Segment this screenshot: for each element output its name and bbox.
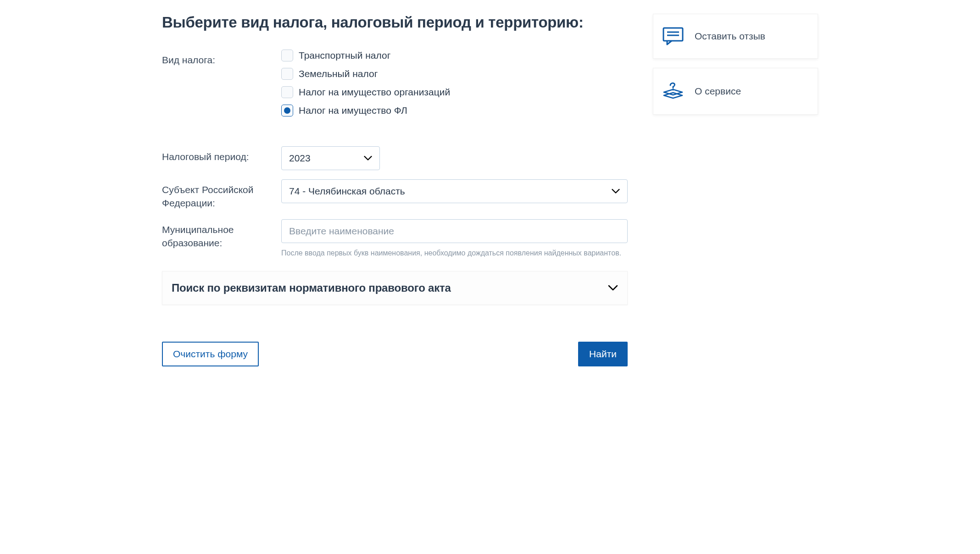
radio-org-property-tax[interactable]: Налог на имущество организаций: [281, 86, 628, 98]
radio-icon: [281, 50, 293, 61]
radio-label: Земельный налог: [299, 68, 378, 79]
page-title: Выберите вид налога, налоговый период и …: [162, 14, 628, 31]
radio-individual-property-tax[interactable]: Налог на имущество ФЛ: [281, 105, 628, 116]
about-label: О сервисе: [695, 86, 741, 97]
radio-transport-tax[interactable]: Транспортный налог: [281, 50, 628, 61]
period-value: 2023: [289, 153, 311, 164]
radio-label: Транспортный налог: [299, 50, 390, 61]
period-select[interactable]: 2023: [281, 146, 380, 170]
chevron-down-icon: [612, 189, 620, 194]
accordion-title: Поиск по реквизитам нормативного правово…: [172, 282, 451, 294]
radio-label: Налог на имущество организаций: [299, 87, 450, 98]
svg-rect-0: [663, 28, 683, 41]
form-actions: Очистить форму Найти: [162, 342, 628, 366]
radio-icon: [281, 86, 293, 98]
search-by-act-accordion[interactable]: Поиск по реквизитам нормативного правово…: [162, 271, 628, 305]
municipality-input[interactable]: [281, 219, 628, 243]
submit-button[interactable]: Найти: [578, 342, 628, 366]
label-tax-type: Вид налога:: [162, 50, 281, 66]
region-select[interactable]: 74 - Челябинская область: [281, 179, 628, 203]
clear-button[interactable]: Очистить форму: [162, 342, 259, 366]
radio-land-tax[interactable]: Земельный налог: [281, 68, 628, 80]
chevron-down-icon: [608, 285, 618, 291]
about-icon: [662, 81, 685, 101]
label-municipality: Муниципальное образование:: [162, 219, 281, 250]
row-municipality: Муниципальное образование: После ввода п…: [162, 219, 628, 258]
tax-type-radio-group: Транспортный налог Земельный налог Налог…: [281, 50, 628, 116]
row-region: Субъект Российской Федерации: 74 - Челяб…: [162, 179, 628, 210]
radio-icon: [281, 105, 293, 116]
label-region: Субъект Российской Федерации:: [162, 179, 281, 210]
feedback-card[interactable]: Оставить отзыв: [653, 14, 818, 59]
radio-icon: [281, 68, 293, 80]
row-tax-type: Вид налога: Транспортный налог Земельный…: [162, 50, 628, 116]
feedback-icon: [662, 27, 685, 45]
chevron-down-icon: [364, 156, 372, 161]
municipality-hint: После ввода первых букв наименования, не…: [281, 248, 628, 258]
row-period: Налоговый период: 2023: [162, 146, 628, 170]
label-period: Налоговый период:: [162, 146, 281, 163]
region-value: 74 - Челябинская область: [289, 186, 405, 197]
radio-label: Налог на имущество ФЛ: [299, 105, 407, 116]
svg-point-3: [672, 89, 674, 90]
about-card[interactable]: О сервисе: [653, 68, 818, 115]
feedback-label: Оставить отзыв: [695, 31, 765, 42]
